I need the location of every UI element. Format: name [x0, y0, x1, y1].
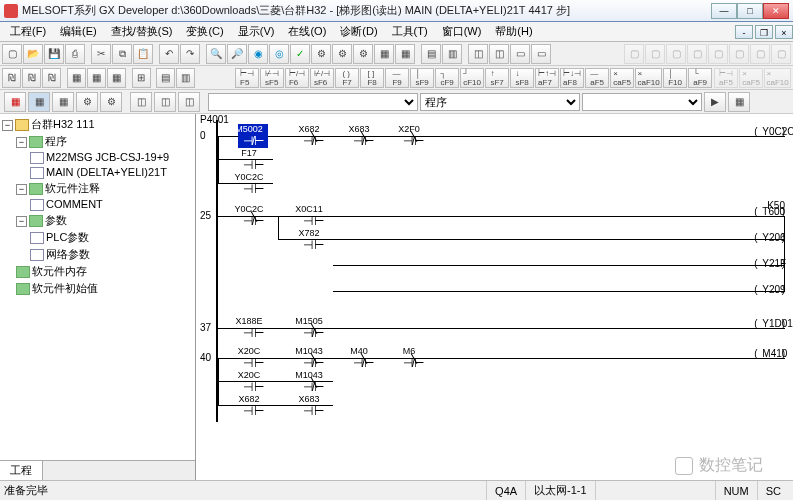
fkey-f10[interactable]: │F10 — [663, 68, 687, 88]
contact[interactable]: X782⊣ ⊢ — [298, 228, 328, 252]
menu-edit[interactable]: 编辑(E) — [54, 22, 103, 41]
fkey-af8[interactable]: ⊢↓⊣aF8 — [560, 68, 584, 88]
fb-7[interactable]: ◫ — [154, 92, 176, 112]
print-button[interactable]: ⎙ — [65, 44, 85, 64]
new-button[interactable]: ▢ — [2, 44, 22, 64]
coil[interactable]: Y1D01) — [754, 318, 785, 329]
t2-4[interactable]: ▦ — [67, 68, 86, 88]
tool-c-button[interactable]: ⚙ — [353, 44, 373, 64]
monitor-button[interactable]: ◉ — [248, 44, 268, 64]
menu-online[interactable]: 在线(O) — [282, 22, 332, 41]
fkey-f7[interactable]: ( )F7 — [335, 68, 359, 88]
menu-project[interactable]: 工程(F) — [4, 22, 52, 41]
cut-button[interactable]: ✂ — [91, 44, 111, 64]
tree-program[interactable]: −程序 — [2, 133, 193, 150]
tree-comment[interactable]: −软元件注释 — [2, 180, 193, 197]
collapse-icon[interactable]: − — [16, 137, 27, 148]
fkey-f6[interactable]: ⊢/⊣F6 — [285, 68, 309, 88]
fkey-af5[interactable]: —aF5 — [585, 68, 609, 88]
open-button[interactable]: 📂 — [23, 44, 43, 64]
copy-button[interactable]: ⧉ — [112, 44, 132, 64]
fkey-f8[interactable]: [ ]F8 — [360, 68, 384, 88]
collapse-icon[interactable]: − — [16, 184, 27, 195]
project-tree[interactable]: −台群H32 111 −程序 M22MSG JCB-CSJ-19+9 MAIN … — [0, 114, 195, 460]
fkey-sf9[interactable]: │sF9 — [410, 68, 434, 88]
rung-37[interactable]: 37 X188E⊣ ⊢ M1505⊣/⊢ Y1D01) — [216, 312, 793, 342]
fb-6[interactable]: ◫ — [130, 92, 152, 112]
redo-button[interactable]: ↷ — [180, 44, 200, 64]
menu-tools[interactable]: 工具(T) — [386, 22, 434, 41]
contact[interactable]: X683⊣/⊢ — [348, 124, 378, 148]
tree-comment-item[interactable]: COMMENT — [2, 197, 193, 212]
rung-40[interactable]: 40 X20C⊣ ⊢ M1043⊣/⊢ M40⊣/⊢ M6⊣/⊢ M410) X… — [216, 342, 793, 422]
fkey-caf5[interactable]: ×caF5 — [610, 68, 634, 88]
fkey-sf8[interactable]: ↓sF8 — [510, 68, 534, 88]
tool-h-button[interactable]: ◫ — [468, 44, 488, 64]
undo-button[interactable]: ↶ — [159, 44, 179, 64]
contact[interactable]: X2F0⊣/⊢ — [398, 124, 428, 148]
contact[interactable]: Y0C2C⊣ ⊢ — [238, 172, 268, 196]
tool-b-button[interactable]: ⚙ — [332, 44, 352, 64]
tool-k-button[interactable]: ▭ — [531, 44, 551, 64]
find2-button[interactable]: 🔎 — [227, 44, 247, 64]
fb-8[interactable]: ◫ — [178, 92, 200, 112]
menu-convert[interactable]: 变换(C) — [180, 22, 229, 41]
tree-prog-item-1[interactable]: MAIN (DELTA+YELI)21T — [2, 165, 193, 180]
t2-1[interactable]: ₪ — [2, 68, 21, 88]
fkey-cf9[interactable]: ┐cF9 — [435, 68, 459, 88]
fb-3[interactable]: ▦ — [52, 92, 74, 112]
tool-d-button[interactable]: ▦ — [374, 44, 394, 64]
fb-4[interactable]: ⚙ — [76, 92, 98, 112]
maximize-button[interactable]: □ — [737, 3, 763, 19]
tool-a-button[interactable]: ⚙ — [311, 44, 331, 64]
fb-1[interactable]: ▦ — [4, 92, 26, 112]
fkey-af7[interactable]: ⊢↑⊣aF7 — [535, 68, 559, 88]
fkey-sf5[interactable]: ⊬⊣sF5 — [260, 68, 284, 88]
child-close-button[interactable]: × — [775, 25, 793, 39]
child-minimize-button[interactable]: - — [735, 25, 753, 39]
tree-param-net[interactable]: 网络参数 — [2, 246, 193, 263]
tree-param-plc[interactable]: PLC参数 — [2, 229, 193, 246]
menu-diagnose[interactable]: 诊断(D) — [334, 22, 383, 41]
tree-root[interactable]: −台群H32 111 — [2, 116, 193, 133]
tree-softinit[interactable]: 软元件初始值 — [2, 280, 193, 297]
tree-prog-item-0[interactable]: M22MSG JCB-CSJ-19+9 — [2, 150, 193, 165]
menu-view[interactable]: 显示(V) — [232, 22, 281, 41]
child-restore-button[interactable]: ❐ — [755, 25, 773, 39]
t2-5[interactable]: ▦ — [87, 68, 106, 88]
tool-g-button[interactable]: ▥ — [442, 44, 462, 64]
contact[interactable]: M40⊣/⊢ — [348, 346, 378, 370]
fb-9[interactable]: ▦ — [728, 92, 750, 112]
paste-button[interactable]: 📋 — [133, 44, 153, 64]
menu-help[interactable]: 帮助(H) — [489, 22, 538, 41]
tool-e-button[interactable]: ▦ — [395, 44, 415, 64]
tool-f-button[interactable]: ▤ — [421, 44, 441, 64]
contact[interactable]: M6⊣/⊢ — [398, 346, 428, 370]
collapse-icon[interactable]: − — [2, 120, 13, 131]
ladder-view[interactable]: P4001 0 M5002⊣/⊢ X682⊣/⊢ X683⊣/⊢ X2F0⊣/⊢… — [196, 114, 793, 480]
tool-j-button[interactable]: ▭ — [510, 44, 530, 64]
fkey-caf10[interactable]: ×caF10 — [635, 68, 662, 88]
filter-select-3[interactable] — [582, 93, 702, 111]
filter-select-1[interactable] — [208, 93, 418, 111]
contact[interactable]: X682⊣ ⊢ — [238, 394, 268, 418]
fkey-sf6[interactable]: ⊬/⊣sF6 — [310, 68, 334, 88]
contact[interactable]: X188E⊣ ⊢ — [238, 316, 268, 340]
contact[interactable]: X682⊣/⊢ — [298, 124, 328, 148]
t2-2[interactable]: ₪ — [22, 68, 41, 88]
close-button[interactable]: ✕ — [763, 3, 789, 19]
tree-softmem[interactable]: 软元件内存 — [2, 263, 193, 280]
tab-project[interactable]: 工程 — [0, 461, 43, 480]
contact[interactable]: M1505⊣/⊢ — [298, 316, 328, 340]
rung-0[interactable]: 0 M5002⊣/⊢ X682⊣/⊢ X683⊣/⊢ X2F0⊣/⊢ Y0C2C… — [216, 120, 793, 200]
minimize-button[interactable]: — — [711, 3, 737, 19]
fkey-cf10[interactable]: ┘cF10 — [460, 68, 484, 88]
tool-i-button[interactable]: ◫ — [489, 44, 509, 64]
fkey-f5[interactable]: ⊢⊣F5 — [235, 68, 259, 88]
fkey-sf7[interactable]: ↑sF7 — [485, 68, 509, 88]
check-button[interactable]: ✓ — [290, 44, 310, 64]
fkey-af9[interactable]: └aF9 — [688, 68, 712, 88]
contact[interactable]: X683⊣ ⊢ — [298, 394, 328, 418]
t2-8[interactable]: ▤ — [156, 68, 175, 88]
contact[interactable]: Y0C2C⊣/⊢ — [238, 204, 268, 228]
